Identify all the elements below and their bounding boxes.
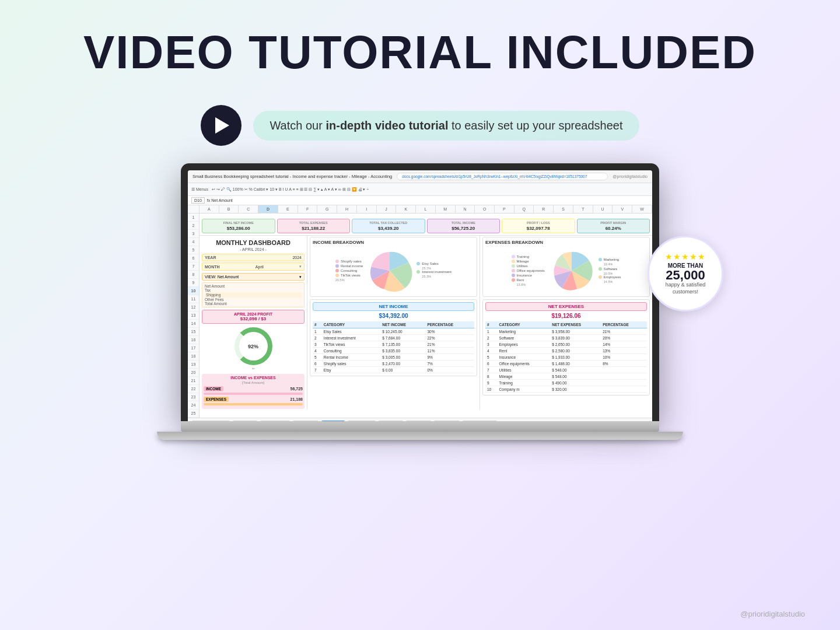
expenses-legend-left: Training Mileage <box>512 255 545 286</box>
net-expenses-section: NET EXPENSES $19,126.06 # CATEGORY NET E… <box>482 299 650 396</box>
kpi-row: FINAL NET INCOME $53,286.00 TOTAL EXPENS… <box>200 217 652 236</box>
formula-content: fx Net Amount <box>207 198 233 202</box>
laptop-base <box>181 421 659 432</box>
left-panel: MONTHLY DASHBOARD - APRIL 2024 - YEAR 20… <box>200 235 307 410</box>
expenses-pie-container: Training Mileage <box>485 247 647 294</box>
april-profit-label: APRIL 2024 PROFIT <box>205 312 301 316</box>
kpi-total-income-label: TOTAL INCOME <box>430 221 498 225</box>
sheet-tab-bar: 🔒BANK ACCOUNT🔒INCOME🔒EXPENSES🔒MILEAGE🔒MO… <box>188 418 652 421</box>
legend-etsy: Etsy Sales <box>416 262 452 265</box>
profit-percentage: 92% <box>248 344 258 349</box>
table-row: 3Employees$ 2,650.0014% <box>485 341 647 348</box>
table-row: 3TikTok views$ 7,135.0021% <box>313 341 474 348</box>
sheet-tab[interactable]: 🔒QUARTER <box>347 421 376 422</box>
table-row: 9Training$ 490.00 <box>485 380 647 386</box>
net-income-section: NET INCOME $34,392.00 # CATEGORY NET INC… <box>310 299 477 376</box>
sheet-tab[interactable]: 🔒BANK ACCOUNT <box>191 421 230 422</box>
kpi-profit-loss: PROFIT / LOSS $32,097.78 <box>502 219 575 233</box>
income-bar <box>204 393 303 395</box>
ss-content: FINAL NET INCOME $53,286.00 TOTAL EXPENS… <box>200 214 652 418</box>
sheet-tab[interactable]: 🔒COMPARISON <box>462 421 498 422</box>
sheet-tab[interactable]: 🔒INCOME <box>232 421 258 422</box>
table-row: 7Etsy$ 0.000% <box>313 367 474 373</box>
table-row: 1Etsy Sales$ 10,245.0030% <box>313 328 474 335</box>
laptop-wrapper: Small Business Bookkeeping spreadsheet t… <box>0 163 840 440</box>
table-row: 5Insurance$ 1,933.0010% <box>485 354 647 360</box>
april-profit-value: $32,098 / $3 <box>205 316 301 321</box>
legend-office: Office equipments <box>512 269 545 272</box>
expenses-breakdown-section: EXPENSES BREAKDOWN Training <box>482 237 650 297</box>
right-panel: EXPENSES BREAKDOWN Training <box>480 235 652 410</box>
tutorial-bold-text: in-depth video tutorial <box>326 119 448 132</box>
play-icon <box>215 117 229 134</box>
laptop-bezel: Small Business Bookkeeping spreadsheet t… <box>181 163 659 421</box>
kpi-expenses-value: $21,188.22 <box>280 226 348 231</box>
april-profit-box: APRIL 2024 PROFIT $32,098 / $3 <box>202 310 304 324</box>
legend-interest: Interest investment <box>416 270 452 274</box>
cell-ref: D10 <box>191 197 205 204</box>
legend-consulting: Consulting <box>335 269 363 272</box>
badge-number: 25,000 <box>666 269 705 282</box>
month-label: MONTH <box>205 265 220 269</box>
inc-exp-subtitle: [Total Amount] <box>204 381 303 384</box>
month-value: April <box>256 265 264 269</box>
dashboard-title: MONTHLY DASHBOARD <box>202 239 304 246</box>
laptop-bottom <box>157 432 683 440</box>
sheet-tab[interactable]: 🔒ANNUAL <box>378 421 404 422</box>
kpi-total-income-value: $56,725.20 <box>430 226 498 231</box>
ss-toolbar: ☰ Menus ↩ ↪ 🖊 🔍 100% ✂ % Calibri ▾ 10 ▾ … <box>188 183 652 196</box>
kpi-profit-loss-value: $32,097.78 <box>505 226 572 231</box>
play-button[interactable] <box>201 105 242 146</box>
browser-url: docs.google.com/spreadsheets/d/1p5rU8_Jo… <box>397 173 608 180</box>
kpi-margin-value: 60.24% <box>580 226 648 231</box>
legend-shopify: Shopify sales <box>335 260 363 263</box>
legend-insurance: Insurance <box>512 274 545 277</box>
table-row: 8Mileage$ 548.00 <box>485 373 647 380</box>
income-row: INCOME 56,725 <box>204 386 303 391</box>
income-value: 56,725 <box>290 387 303 391</box>
year-label: YEAR <box>205 256 216 260</box>
col-category: CATEGORY <box>322 321 380 328</box>
income-breakdown-title: INCOME BREAKDOWN <box>313 240 474 245</box>
view-options: Net Amount Tax Shipping Other Fees Total… <box>202 282 304 307</box>
income-breakdown-section: INCOME BREAKDOWN Shopify sales <box>310 237 477 297</box>
sheet-tab[interactable]: 🔒MILEAGE <box>292 421 320 422</box>
income-badge: INCOME <box>204 386 223 391</box>
legend-software: Software <box>598 267 621 271</box>
formula-bar: D10 fx Net Amount <box>188 196 652 205</box>
legend-utilities: Utilities <box>512 264 545 268</box>
month-row: MONTH April ▾ <box>202 262 304 271</box>
col-net-income: NET INCOME <box>380 321 425 328</box>
kpi-tax: TOTAL TAX COLLECTED $3,439.20 <box>352 219 425 233</box>
sheet-tab[interactable]: 🔒MONTH <box>321 421 345 422</box>
kpi-final-net: FINAL NET INCOME $53,286.00 <box>202 219 275 233</box>
income-vs-expenses: INCOME vs EXPENSES [Total Amount] INCOME… <box>202 374 304 409</box>
middle-panel: INCOME BREAKDOWN Shopify sales <box>307 235 480 410</box>
legend-mileage: Mileage <box>512 260 545 263</box>
kpi-tax-value: $3,439.20 <box>355 226 422 231</box>
sheet-tab[interactable]: 🔒CUSTOM <box>433 421 460 422</box>
table-row: 6Shopify sales$ 2,470.007% <box>313 360 474 367</box>
income-pie-chart <box>366 247 413 294</box>
profit-circle: 92% <box>235 327 272 365</box>
browser-title: Small Business Bookkeeping spreadsheet t… <box>192 174 392 179</box>
year-value: 2024 <box>292 256 302 260</box>
page-title: VIDEO TUTORIAL INCLUDED <box>0 29 840 76</box>
expenses-row: EXPENSES 21,188 <box>204 397 303 402</box>
table-row: 4Rent$ 2,580.0013% <box>485 348 647 354</box>
kpi-total-income: TOTAL INCOME $56,725.20 <box>427 219 501 233</box>
profit-circle-section: 92% ✏ <box>202 327 304 370</box>
net-income-title: NET INCOME <box>313 302 474 311</box>
sheet-tab[interactable]: 🔒EXPENSES <box>260 421 290 422</box>
expenses-badge: EXPENSES <box>204 397 229 402</box>
table-row: 6Office equipments$ 1,488.008% <box>485 360 647 367</box>
legend-rent: Rent <box>512 278 545 282</box>
kpi-expenses-label: TOTAL EXPENSES <box>280 221 348 225</box>
kpi-margin-label: PROFIT MARGIN <box>580 221 648 225</box>
sheet-tab[interactable]: 🔒3 YEARS <box>405 421 432 422</box>
expenses-pie-chart <box>548 247 595 294</box>
col-num: # <box>313 321 322 328</box>
view-selector[interactable]: VIEW: Net Amount ▾ <box>202 273 304 281</box>
expenses-legend-right: Marketing 19.4% Software 20.5% <box>598 258 621 284</box>
row-numbers: 1 2 3 4 5 6 7 8 9 10 11 12 13 14 <box>188 214 200 418</box>
